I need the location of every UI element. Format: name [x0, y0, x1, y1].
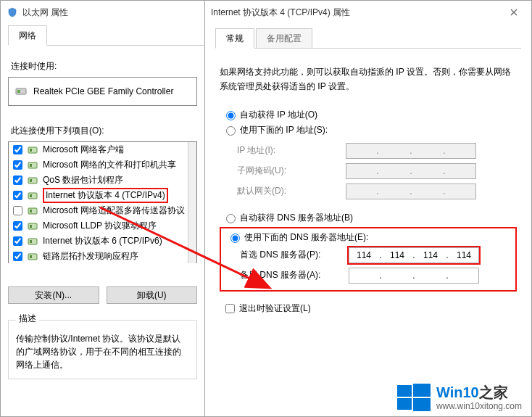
close-icon	[510, 9, 518, 16]
list-item[interactable]: Internet 协议版本 4 (TCP/IPv4)	[9, 188, 188, 203]
radio-manual-dns-input[interactable]	[230, 234, 240, 243]
list-item[interactable]: Microsoft 网络适配器多路传送器协议	[9, 203, 188, 218]
item-checkbox[interactable]	[13, 160, 22, 170]
item-checkbox[interactable]	[13, 206, 22, 215]
tabstrip: 网络	[8, 25, 204, 46]
pref-dns-input[interactable]: 114. 114. 114. 114	[349, 247, 479, 263]
scrollbar[interactable]	[188, 142, 196, 263]
ethernet-properties-window: 以太网 属性 网络 连接时使用: Realtek PCIe GBE Family…	[0, 0, 204, 417]
item-label: QoS 数据包计划程序	[43, 174, 123, 186]
item-checkbox[interactable]	[13, 145, 22, 154]
tab-network[interactable]: 网络	[8, 25, 47, 46]
svg-rect-20	[413, 384, 431, 397]
svg-rect-8	[28, 193, 37, 199]
watermark-brand: Win10	[436, 384, 479, 400]
list-item[interactable]: Microsoft LLDP 协议驱动程序	[9, 218, 188, 234]
gateway-input: ...	[346, 183, 476, 199]
description-text: 传输控制协议/Internet 协议。该协议是默认的广域网络协议，用于在不同的相…	[16, 332, 189, 371]
adapter-name: Realtek PCIe GBE Family Controller	[33, 86, 173, 96]
svg-rect-1	[17, 90, 20, 93]
titlebar[interactable]: 以太网 属性	[1, 1, 204, 24]
description-title: 描述	[16, 313, 39, 325]
radio-manual-ip-input[interactable]	[226, 126, 236, 136]
description-box: 描述 传输控制协议/Internet 协议。该协议是默认的广域网络协议，用于在不…	[8, 314, 197, 379]
tab-general[interactable]: 常规	[215, 28, 254, 49]
install-button[interactable]: 安装(N)...	[8, 286, 99, 304]
item-label: 链路层拓扑发现响应程序	[43, 250, 138, 263]
svg-rect-3	[30, 149, 32, 152]
list-item[interactable]: Microsoft 网络客户端	[9, 142, 188, 157]
radio-manual-ip[interactable]: 使用下面的 IP 地址(S):	[223, 124, 514, 136]
window-title: Internet 协议版本 4 (TCP/IPv4) 属性	[211, 7, 350, 19]
item-checkbox[interactable]	[13, 236, 22, 246]
validate-checkbox-row[interactable]: 退出时验证设置(L)	[223, 302, 514, 315]
proto-icon	[27, 220, 38, 232]
item-label: Internet 协议版本 6 (TCP/IPv6)	[43, 235, 162, 247]
adapter-box[interactable]: Realtek PCIe GBE Family Controller	[8, 77, 197, 106]
share-icon	[27, 160, 38, 171]
alt-dns-input[interactable]: ...	[349, 268, 479, 284]
protocol-list: Microsoft 网络客户端Microsoft 网络的文件和打印机共享QoS …	[8, 141, 197, 279]
connect-using-label: 连接时使用:	[11, 60, 194, 73]
dns-highlight-box: 使用下面的 DNS 服务器地址(E): 首选 DNS 服务器(P): 114. …	[220, 227, 517, 292]
proto-icon	[27, 205, 38, 217]
proto-icon	[27, 251, 38, 263]
windows-logo-icon	[397, 382, 431, 411]
alt-dns-label: 备用 DNS 服务器(A):	[240, 269, 349, 281]
proto-icon	[27, 236, 38, 247]
watermark-url: www.win10xitong.com	[436, 401, 522, 411]
item-checkbox[interactable]	[13, 221, 22, 231]
close-button[interactable]	[502, 2, 525, 22]
svg-rect-5	[30, 164, 32, 167]
tab-alternate[interactable]: 备用配置	[256, 28, 312, 49]
watermark: Win10之家 www.win10xitong.com	[397, 382, 522, 411]
svg-rect-22	[413, 398, 431, 411]
list-item[interactable]: Internet 协议版本 6 (TCP/IPv6)	[9, 234, 188, 249]
uninstall-button[interactable]: 卸载(U)	[107, 286, 198, 304]
validate-checkbox[interactable]	[225, 304, 235, 313]
item-label: Internet 协议版本 4 (TCP/IPv4)	[43, 188, 168, 203]
radio-auto-ip-input[interactable]	[226, 111, 236, 120]
client-icon	[27, 144, 38, 156]
svg-rect-9	[30, 194, 32, 197]
svg-rect-6	[28, 178, 37, 183]
mask-label: 子网掩码(U):	[237, 165, 346, 177]
list-item[interactable]: QoS 数据包计划程序	[9, 173, 188, 188]
svg-rect-4	[28, 162, 37, 168]
ip-input: ...	[346, 143, 476, 159]
svg-rect-16	[28, 254, 37, 260]
item-label: Microsoft 网络客户端	[43, 144, 124, 156]
ip-label: IP 地址(I):	[237, 144, 346, 157]
info-text: 如果网络支持此功能，则可以获取自动指派的 IP 设置。否则，你需要从网络系统管理…	[220, 65, 517, 94]
radio-auto-ip[interactable]: 自动获得 IP 地址(O)	[223, 109, 514, 121]
list-item[interactable]: Microsoft 网络的文件和打印机共享	[9, 157, 188, 173]
radio-auto-dns[interactable]: 自动获得 DNS 服务器地址(B)	[223, 212, 514, 224]
qos-icon	[27, 175, 38, 186]
gateway-label: 默认网关(D):	[237, 185, 346, 197]
svg-rect-19	[397, 385, 412, 397]
radio-auto-dns-input[interactable]	[226, 214, 236, 223]
svg-rect-13	[30, 225, 32, 228]
mask-input: ...	[346, 163, 476, 179]
radio-manual-dns[interactable]: 使用下面的 DNS 服务器地址(E):	[227, 231, 510, 244]
item-label: Microsoft 网络适配器多路传送器协议	[43, 205, 185, 217]
titlebar[interactable]: Internet 协议版本 4 (TCP/IPv4) 属性	[205, 1, 531, 24]
svg-rect-7	[30, 179, 32, 182]
tabstrip: 常规 备用配置	[215, 28, 521, 49]
svg-rect-17	[30, 255, 32, 258]
svg-rect-2	[28, 147, 37, 153]
items-label: 此连接使用下列项目(O):	[11, 125, 194, 137]
item-label: Microsoft LLDP 协议驱动程序	[43, 220, 157, 232]
ipv4-properties-window: Internet 协议版本 4 (TCP/IPv4) 属性 常规 备用配置 如果…	[204, 0, 532, 417]
list-item[interactable]: 链路层拓扑发现响应程序	[9, 249, 188, 263]
svg-rect-15	[30, 240, 32, 243]
pref-dns-label: 首选 DNS 服务器(P):	[240, 249, 349, 261]
item-label: Microsoft 网络的文件和打印机共享	[43, 159, 176, 171]
svg-rect-12	[28, 223, 37, 229]
item-checkbox[interactable]	[13, 176, 22, 185]
svg-rect-10	[28, 208, 37, 214]
item-checkbox[interactable]	[13, 252, 22, 261]
svg-rect-21	[397, 398, 412, 410]
svg-rect-14	[28, 239, 37, 244]
item-checkbox[interactable]	[13, 191, 22, 200]
